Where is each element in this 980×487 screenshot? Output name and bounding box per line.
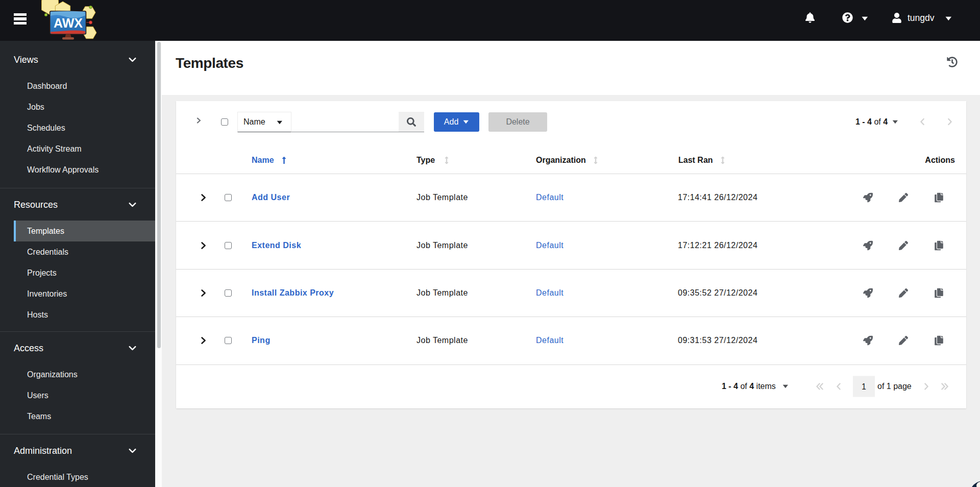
svg-text:AWX: AWX xyxy=(54,16,83,30)
